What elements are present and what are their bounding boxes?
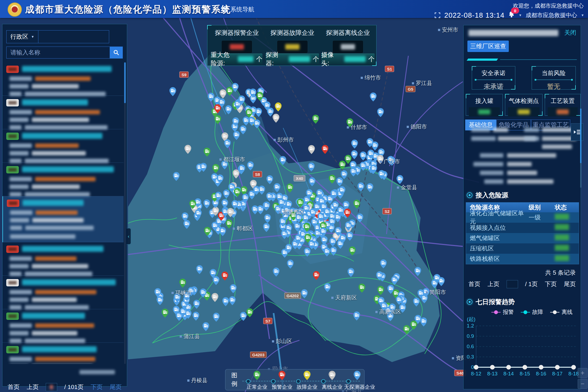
indent-icon <box>573 129 581 135</box>
header-toolbar: 2022-08-18 13:14 0 ▼ 成都市应急救援中心 ▼ <box>434 11 584 20</box>
legend-pin-icon <box>328 370 336 380</box>
company-list-item[interactable] <box>2 196 124 242</box>
panel-slide-button[interactable] <box>571 123 583 141</box>
road-badge: S1 <box>385 66 394 72</box>
safety-promise-box: 安全承诺 未承诺 <box>472 66 515 90</box>
map-zoom-control: + − <box>578 368 587 390</box>
map-place-label: 广汉市 <box>380 158 400 165</box>
map-place-label: 彭山区 <box>272 338 292 345</box>
notification-bell-icon[interactable]: 0 <box>508 11 515 20</box>
road-badge: S8 <box>253 171 262 177</box>
map-place-label: 高新西区 <box>279 209 304 216</box>
status-badge <box>6 66 19 73</box>
svg-text:8-15: 8-15 <box>520 371 530 376</box>
page-next[interactable]: 下页 <box>545 280 557 288</box>
status-badge <box>6 279 19 286</box>
panel-scrollbar[interactable] <box>580 109 581 188</box>
road-badge: X40 <box>294 175 305 182</box>
system-nav-button[interactable]: 系统导航 <box>223 5 254 14</box>
status-badge <box>6 133 19 140</box>
company-list-item[interactable] <box>2 276 124 309</box>
page-total: / 1页 <box>525 280 538 288</box>
map-place-label: 丹棱县 <box>187 377 207 384</box>
map-place-label: 都江堰市 <box>219 156 245 163</box>
table-row[interactable]: 液化石油气储罐区单元一级 <box>466 212 579 223</box>
record-count-blurred <box>79 370 115 374</box>
map-place-label: 蒲江县 <box>180 333 200 340</box>
enterprise-title-blurred <box>468 30 558 36</box>
status-badge <box>6 99 19 106</box>
page-last[interactable]: 尾页 <box>564 280 576 288</box>
divider <box>467 59 577 61</box>
page-next[interactable]: 下页 <box>91 383 103 391</box>
legend-item-报警[interactable]: 报警 <box>491 308 514 316</box>
org-dropdown[interactable]: 成都市应急救援中心 <box>526 11 577 19</box>
map-place-label: 安州市 <box>438 26 458 33</box>
page-last[interactable]: 尾页 <box>110 383 122 391</box>
company-name-blurred <box>22 99 88 105</box>
page-input[interactable] <box>507 280 518 288</box>
trend-chart: (起)00.30.60.91.28-128-138-148-158-168-17… <box>465 316 581 384</box>
company-name-blurred <box>22 346 97 352</box>
welcome-text: 欢迎您，成都市应急救援中心 <box>513 2 584 10</box>
bullet-icon <box>467 299 472 305</box>
notification-badge: 0 <box>511 8 519 14</box>
page-input[interactable] <box>46 383 57 391</box>
legend-pin-icon <box>303 370 311 380</box>
counter-camera: 摄像头:个 <box>321 54 375 64</box>
current-risk-box: 当前风险 暂无 <box>532 66 576 90</box>
legend-item-故障[interactable]: 故障 <box>521 308 543 316</box>
page-total: / 101页 <box>64 383 84 391</box>
datetime: 2022-08-18 13:14 <box>444 11 504 20</box>
svg-text:8-16: 8-16 <box>536 371 546 376</box>
search-input[interactable] <box>6 47 110 59</box>
3d-patrol-button[interactable]: 三维厂区巡查 <box>467 41 509 52</box>
map-place-label: 高新东区 <box>375 308 401 316</box>
legend-pin-icon <box>278 370 286 380</box>
company-name-blurred <box>22 133 102 139</box>
map-place-label: 绵竹市 <box>361 74 381 81</box>
sidebar-scrollbar[interactable] <box>124 62 126 364</box>
company-list-item[interactable] <box>2 242 124 276</box>
zoom-out-button[interactable]: − <box>578 379 587 389</box>
svg-text:8-14: 8-14 <box>503 371 514 376</box>
table-row[interactable]: 压缩机区 <box>466 243 579 254</box>
table-row[interactable]: 视频接入点位 <box>466 223 579 233</box>
metric-process: 工艺装置 <box>545 94 581 116</box>
svg-text:0: 0 <box>471 364 474 370</box>
region-filter-select[interactable]: 行政区 ▼ <box>6 30 109 43</box>
company-list <box>2 62 124 364</box>
company-list-item[interactable] <box>2 163 124 196</box>
status-badge <box>6 166 19 173</box>
page-prev[interactable]: 上页 <box>488 280 500 288</box>
company-list-item[interactable] <box>2 343 124 364</box>
zoom-in-button[interactable]: + <box>578 368 587 378</box>
map-place-label: 彭州市 <box>274 136 294 143</box>
company-name-blurred <box>22 313 85 319</box>
page-first[interactable]: 首页 <box>468 280 480 288</box>
fullscreen-icon[interactable] <box>434 12 440 18</box>
status-badge <box>6 246 19 253</box>
company-list-item[interactable] <box>2 96 124 129</box>
sidebar-collapse-button[interactable]: ‹ <box>127 228 131 244</box>
counter-detector: 探测器:个 <box>266 54 319 64</box>
app-logo-icon <box>8 2 22 17</box>
page-first[interactable]: 首页 <box>8 383 20 391</box>
map-place-label: 郫都区 <box>233 225 253 232</box>
svg-text:(起): (起) <box>467 316 476 322</box>
company-list-item[interactable] <box>2 62 124 96</box>
page-title: 成都市重大危险源（危险化学品）监测预警系统 <box>25 3 231 16</box>
stat-card-title: 探测器故障企业 <box>265 29 320 37</box>
search-button[interactable] <box>110 47 123 59</box>
map-legend: 图例 正常企业预警企业故障企业离线企业无探测器企业 <box>225 369 365 390</box>
table-row[interactable]: 铁路栈桥区 <box>466 254 579 264</box>
close-button[interactable]: 关闭 <box>564 29 576 37</box>
stat-card-alarm: 探测器报警企业 <box>210 29 264 53</box>
company-list-item[interactable] <box>2 309 124 343</box>
company-list-item[interactable] <box>2 129 124 163</box>
legend-item-离线[interactable]: 离线 <box>550 308 572 316</box>
table-row[interactable]: 燃气储罐区 <box>466 233 579 243</box>
stats-panel: 探测器报警企业 探测器故障企业 探测器离线企业 重大危险源:个 探测器:个 摄像… <box>207 25 376 66</box>
page-prev[interactable]: 上页 <box>27 383 39 391</box>
stat-card-offline: 探测器离线企业 <box>321 29 375 53</box>
